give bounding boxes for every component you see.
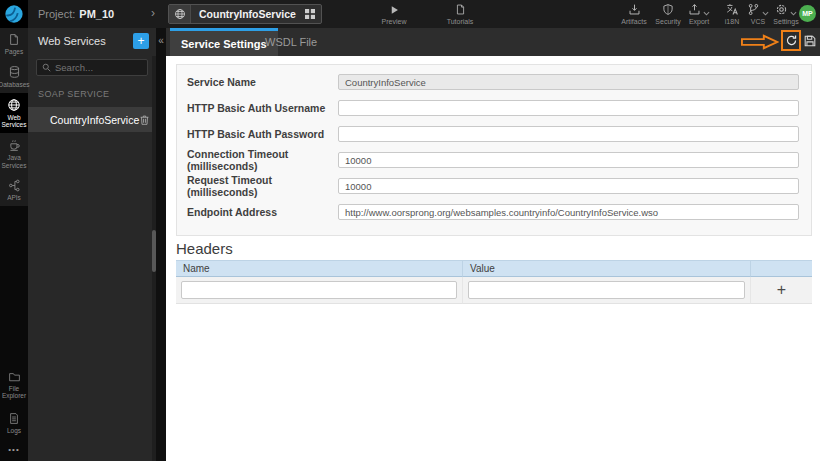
form-row: Connection Timeout (milliseconds) xyxy=(187,147,801,173)
api-connector-icon xyxy=(8,179,21,192)
search-input[interactable] xyxy=(55,62,142,73)
sidebar-item-group: Pages Databases xyxy=(0,28,28,206)
header-name-input[interactable] xyxy=(181,281,457,299)
sidebar-item-file-explorer[interactable]: File Explorer xyxy=(0,365,28,407)
tab-wsdl-file[interactable]: WSDL File xyxy=(254,28,328,56)
delete-service-icon[interactable] xyxy=(139,114,150,126)
service-item-label: CountryInfoService xyxy=(50,114,139,126)
save-service-button[interactable] xyxy=(802,33,818,49)
preview-button[interactable]: Preview xyxy=(376,3,412,25)
log-file-icon xyxy=(8,412,20,425)
add-header-row-button[interactable]: + xyxy=(771,282,792,298)
headers-table-header: Name Value xyxy=(176,260,812,277)
main-area: Service Settings WSDL File xyxy=(166,28,820,461)
project-label: Project: xyxy=(38,8,75,20)
collapse-panel-icon[interactable]: « xyxy=(156,35,166,46)
sidebar-item-pages[interactable]: Pages xyxy=(0,28,28,60)
column-header-name: Name xyxy=(176,260,462,277)
connection-timeout-label: Connection Timeout (milliseconds) xyxy=(187,148,338,172)
service-tab-label: CountryInfoService xyxy=(191,8,305,20)
vcs-button[interactable]: VCS xyxy=(745,3,771,25)
upload-icon xyxy=(688,3,701,16)
page-icon xyxy=(8,33,20,46)
add-service-button[interactable]: + xyxy=(133,33,149,49)
wavemaker-logo-icon xyxy=(4,4,24,24)
document-icon xyxy=(455,3,466,16)
project-name: PM_10 xyxy=(79,8,114,20)
play-icon xyxy=(389,3,400,16)
form-row: HTTP Basic Auth Password xyxy=(187,121,801,147)
chevron-right-icon: › xyxy=(151,6,155,20)
tutorials-button[interactable]: Tutorials xyxy=(442,3,478,25)
endpoint-address-label: Endpoint Address xyxy=(187,206,338,218)
form-row: Endpoint Address xyxy=(187,199,801,225)
http-username-label: HTTP Basic Auth Username xyxy=(187,102,338,114)
save-icon xyxy=(803,34,817,48)
form-row: HTTP Basic Auth Username xyxy=(187,95,801,121)
column-header-actions xyxy=(750,260,812,277)
panel-title: Web Services xyxy=(38,35,133,47)
i18n-button[interactable]: i18N xyxy=(718,3,746,25)
chevron-down-icon xyxy=(703,11,710,16)
headers-table-row: + xyxy=(176,277,812,304)
top-bar: Project: PM_10 › CountryInfoService xyxy=(0,0,820,28)
form-row: Service Name xyxy=(187,69,801,95)
app-window: Project: PM_10 › CountryInfoService xyxy=(0,0,820,461)
chevron-down-icon xyxy=(790,11,797,16)
form-row: Request Timeout (milliseconds) xyxy=(187,173,801,199)
search-icon xyxy=(42,63,51,72)
request-timeout-label: Request Timeout (milliseconds) xyxy=(187,174,338,198)
project-breadcrumb: Project: PM_10 xyxy=(38,0,114,28)
service-settings-form: Service Name HTTP Basic Auth Username HT… xyxy=(176,64,812,236)
tab-bar: Service Settings WSDL File xyxy=(166,28,820,56)
more-options-icon[interactable]: ••• xyxy=(0,441,28,458)
security-button[interactable]: Security xyxy=(651,3,685,25)
header-value-input[interactable] xyxy=(468,281,745,299)
service-search-box[interactable] xyxy=(36,59,148,76)
sidebar-item-apis[interactable]: APIs xyxy=(0,174,28,206)
refresh-service-button[interactable] xyxy=(781,30,801,51)
annotation-arrow xyxy=(741,34,779,50)
download-icon xyxy=(628,3,641,16)
service-breadcrumb-tab[interactable]: CountryInfoService xyxy=(168,4,322,24)
headers-section-title: Headers xyxy=(176,240,233,257)
refresh-icon xyxy=(785,34,798,47)
globe-icon xyxy=(169,5,191,23)
sidebar-item-web-services[interactable]: Web Services xyxy=(0,93,28,134)
globe-icon xyxy=(7,98,21,112)
endpoint-address-input[interactable] xyxy=(338,204,799,220)
sidebar-item-databases[interactable]: Databases xyxy=(0,60,28,93)
translate-icon xyxy=(726,3,739,16)
git-branch-icon xyxy=(747,3,760,16)
folder-icon xyxy=(8,371,21,383)
panel-header: Web Services + xyxy=(28,28,156,54)
http-username-input[interactable] xyxy=(338,100,799,116)
sidebar-item-java-services[interactable]: Java Services xyxy=(0,133,28,174)
http-password-input[interactable] xyxy=(338,126,799,142)
left-sidebar: Pages Databases xyxy=(0,28,28,461)
section-title: SOAP SERVICE xyxy=(28,76,156,107)
database-icon xyxy=(8,65,21,79)
shield-icon xyxy=(662,3,674,16)
http-password-label: HTTP Basic Auth Password xyxy=(187,128,338,140)
sidebar-bottom-group: File Explorer Logs ••• xyxy=(0,365,28,458)
connection-timeout-input[interactable] xyxy=(338,152,799,168)
export-button[interactable]: Export xyxy=(684,3,714,25)
chevron-down-icon xyxy=(762,11,769,16)
service-name-input xyxy=(338,74,799,90)
settings-button[interactable]: Settings xyxy=(770,3,802,25)
grid-icon[interactable] xyxy=(305,9,321,19)
request-timeout-input[interactable] xyxy=(338,178,799,194)
headers-table: Name Value + xyxy=(176,260,812,304)
gear-icon xyxy=(775,3,788,16)
service-list-item[interactable]: CountryInfoService xyxy=(28,107,156,132)
coffee-cup-icon xyxy=(8,138,21,152)
user-avatar[interactable]: MP xyxy=(799,5,816,22)
web-services-panel: Web Services + SOAP SERVICE CountryInfoS… xyxy=(28,28,156,461)
column-header-value: Value xyxy=(462,260,750,277)
sidebar-item-logs[interactable]: Logs xyxy=(0,406,28,441)
service-name-label: Service Name xyxy=(187,76,338,88)
service-settings-content: Service Name HTTP Basic Auth Username HT… xyxy=(166,56,820,461)
app-logo[interactable] xyxy=(0,0,28,28)
artifacts-button[interactable]: Artifacts xyxy=(616,3,652,25)
